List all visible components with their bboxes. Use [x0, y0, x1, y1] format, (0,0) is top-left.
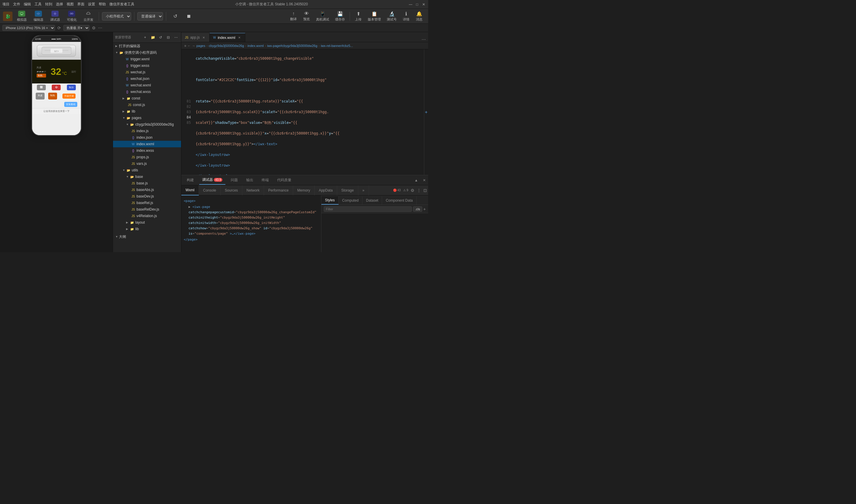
menu-item-edit[interactable]: 编辑 — [24, 2, 31, 7]
add-style-button[interactable]: + — [423, 207, 426, 212]
device-select[interactable]: iPhone 12/13 (Pro) 75% 16 × — [2, 25, 55, 31]
compile-select[interactable]: 普通编译 — [137, 12, 163, 20]
new-folder-button[interactable]: 📁 — [150, 34, 156, 41]
folder-lib2[interactable]: ▶ 📁 lib — [113, 226, 181, 232]
bc-banner[interactable]: iwx-rel-banner#cbz5... — [321, 44, 353, 48]
dom-panel[interactable]: <page> ▶ <iwx-page catchchangepagecustom… — [182, 195, 321, 252]
bc-forward[interactable]: → — [192, 44, 195, 48]
close-devtools-button[interactable]: ✕ — [423, 178, 426, 182]
mode-select[interactable]: 小程序模式 — [102, 12, 131, 20]
devtools-tab-memory[interactable]: Memory — [293, 185, 314, 195]
folder-pages[interactable]: ▼ 📂 pages — [113, 115, 181, 121]
menu-bar[interactable]: 项目 文件 编辑 工具 转到 选择 视图 界面 设置 帮助 微信开发者工具 — [2, 2, 134, 7]
tab-more-button[interactable]: ⋯ — [421, 37, 427, 42]
upgrade-button[interactable]: 升级空调 — [63, 93, 75, 98]
devtools-more-tabs[interactable]: » — [358, 185, 369, 195]
ac-btn-heat[interactable]: 制热 — [48, 93, 57, 100]
list-item[interactable]: W trigger.wxml — [113, 56, 181, 62]
devtools-tab-perf[interactable]: Performance — [264, 185, 293, 195]
phone-content[interactable]: 3Z⊃ 风速 ▰▰▰▱ 制热 32 °C 运 — [32, 42, 81, 135]
bc-back[interactable]: ← — [187, 44, 191, 48]
maximize-button[interactable]: □ — [415, 2, 419, 6]
collapse-devtools-button[interactable]: ▲ — [414, 178, 418, 182]
menu-item-select[interactable]: 选择 — [56, 2, 63, 7]
translate-button[interactable]: ↑ 翻译 — [288, 10, 299, 22]
menu-item-ui[interactable]: 界面 — [77, 2, 84, 7]
styles-tab-styles[interactable]: Styles — [321, 196, 339, 205]
menu-item-settings[interactable]: 设置 — [88, 2, 95, 7]
menu-item-devtools[interactable]: 微信开发者工具 — [109, 2, 134, 7]
build-tab-debugger[interactable]: 调试器 43.9 — [199, 176, 225, 185]
hotreload-select[interactable]: 热重载 开▾ — [63, 25, 89, 31]
cloud-button[interactable]: 云开发 — [81, 10, 96, 23]
menu-item-file[interactable]: 文件 — [13, 2, 20, 7]
version-button[interactable]: 📋 版本管理 — [365, 10, 383, 23]
list-item[interactable]: JS v4Relation.js — [113, 213, 181, 219]
styles-tab-computed[interactable]: Computed — [339, 196, 362, 205]
build-tab-output[interactable]: 输出 — [243, 176, 256, 185]
menu-item-project[interactable]: 项目 — [2, 2, 10, 7]
undock-button[interactable]: ⊡ — [422, 188, 428, 193]
bc-cbygz[interactable]: cbygz9da3j50000dw26g — [209, 44, 244, 48]
share-bar[interactable]: 让侃哥的群友也享受一下 — [32, 108, 81, 114]
preview-button[interactable]: 👁 预览 — [301, 10, 312, 22]
ac-buttons-row-2[interactable]: 风速 制热 升级空调 — [32, 91, 81, 101]
folder-layout[interactable]: ▶ 📁 layout — [113, 219, 181, 226]
dom-line[interactable]: ▶ <iwx-page catchchangepagecustomid="cby… — [184, 204, 319, 236]
list-item[interactable]: JS base.js — [113, 180, 181, 186]
ac-buttons-row-1[interactable]: ⬜ ⏻ 制冷 — [32, 84, 81, 91]
list-item[interactable]: {} index.wxss — [113, 147, 181, 154]
test-button[interactable]: 🔬 测试号 — [384, 10, 399, 23]
devtools-tab-network[interactable]: Network — [242, 185, 264, 195]
list-item[interactable]: JS props.js — [113, 154, 181, 160]
styles-tab-dataset[interactable]: Dataset — [362, 196, 382, 205]
window-controls[interactable]: — □ ✕ — [409, 2, 426, 6]
new-file-button[interactable]: + — [142, 34, 148, 41]
devtools-tab-console[interactable]: Console — [199, 185, 221, 195]
folder-const[interactable]: ▶ 📁 const — [113, 95, 181, 102]
list-item[interactable]: W wechat.wxml — [113, 82, 181, 89]
menu-item-help[interactable]: 帮助 — [99, 2, 106, 7]
ac-btn-power[interactable]: ⏻ — [52, 85, 61, 90]
realtest-button[interactable]: 📱 真机调试 — [314, 10, 331, 23]
debugger-button[interactable]: 调试器 — [48, 10, 63, 23]
styles-filter-input[interactable] — [324, 206, 412, 212]
menu-item-goto[interactable]: 转到 — [45, 2, 52, 7]
code-content[interactable]: catchchangeVisible="cbz6r6ra3j50000t1hgg… — [193, 49, 424, 175]
minimize-button[interactable]: — — [409, 2, 413, 6]
install-button[interactable]: 安装教程 — [64, 102, 77, 107]
project-header[interactable]: ▼ 📂 便携空调小程序源码 — [113, 49, 181, 56]
detail-button[interactable]: ℹ 详情 — [400, 10, 412, 23]
cls-button[interactable]: .cls — [413, 206, 422, 212]
devtools-tab-wxml[interactable]: Wxml — [182, 185, 199, 195]
open-editors-header[interactable]: ▶ 打开的编辑器 — [113, 43, 181, 49]
folder-lib[interactable]: ▶ 📁 lib — [113, 108, 181, 115]
list-item[interactable]: {} trigger.wxss — [113, 62, 181, 69]
simulator-button[interactable]: 模拟器 — [14, 10, 29, 23]
build-tab-quality[interactable]: 代码质量 — [274, 176, 294, 185]
refresh-tree-button[interactable]: ↺ — [157, 34, 164, 41]
bc-page[interactable]: iwx-page#cbygz9da3j50000dw26g — [267, 44, 317, 48]
more-tree-button[interactable]: ⋯ — [173, 34, 179, 41]
more-icon[interactable]: ⋯ — [98, 25, 102, 30]
save-button[interactable]: 💾 缓存存 — [333, 10, 347, 23]
list-item[interactable]: JS wechat.js — [113, 69, 181, 75]
stop-button[interactable]: ⏹ — [183, 13, 195, 20]
build-tab-build[interactable]: 构建 — [184, 176, 197, 185]
devtools-more-button[interactable]: ⋮ — [416, 188, 422, 193]
devtools-tab-storage[interactable]: Storage — [337, 185, 358, 195]
list-item[interactable]: {} wechat.wxss — [113, 89, 181, 95]
dom-arrow-iwx[interactable]: ▶ — [189, 205, 192, 209]
devtools-tab-sources[interactable]: Sources — [221, 185, 242, 195]
menu-item-tools[interactable]: 工具 — [34, 2, 41, 7]
folder-base[interactable]: ▼ 📂 base — [113, 174, 181, 180]
devtools-settings-button[interactable]: ⚙ — [409, 188, 416, 193]
rotate-icon[interactable]: ⟳ — [57, 25, 61, 30]
list-item[interactable]: JS const.js — [113, 102, 181, 108]
styles-tab-component[interactable]: Component Data — [382, 196, 416, 205]
tab-close-app[interactable]: ✕ — [202, 35, 206, 39]
list-item[interactable]: JS baseRel.js — [113, 200, 181, 206]
ac-btn-cool[interactable]: 制冷 — [67, 85, 76, 90]
list-item[interactable]: JS baseDev.js — [113, 193, 181, 200]
add-line-button[interactable]: + — [425, 110, 428, 115]
